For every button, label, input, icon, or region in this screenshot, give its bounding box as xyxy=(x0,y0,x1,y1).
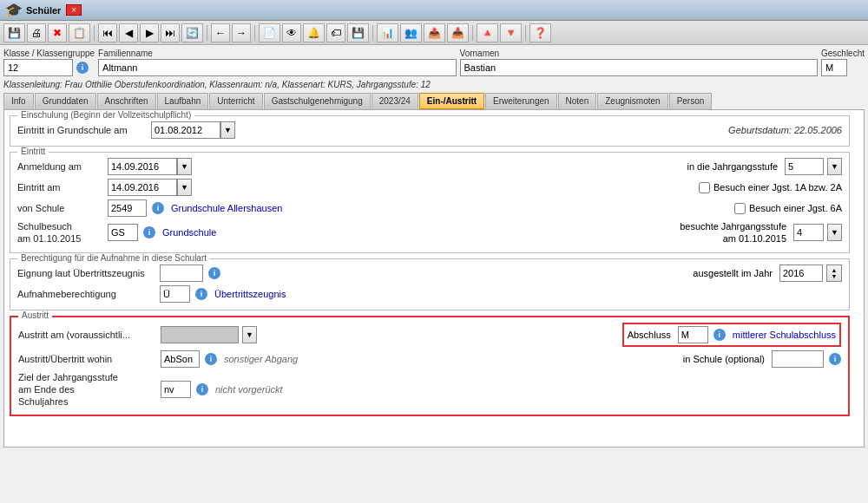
eintritt-title: Eintritt xyxy=(17,147,49,156)
toolbar-alert[interactable]: 🔔 xyxy=(303,23,325,42)
schulbesuch-row: Schulbesucham 01.10.2015 i Grundschule b… xyxy=(17,220,842,245)
eintritt-am-input[interactable] xyxy=(108,179,177,196)
austritt-am-row: Austritt am (voraussichtli... ▼ Abschlus… xyxy=(18,323,841,347)
jahrgangsstufe-input[interactable] xyxy=(785,158,824,175)
toolbar-refresh[interactable]: 🔄 xyxy=(181,23,203,42)
ausgestellt-input[interactable] xyxy=(779,265,823,282)
eintritt-grundschule-field: ▼ xyxy=(151,121,235,139)
austritt-am-input-masked[interactable] xyxy=(161,326,239,343)
toolbar-doc[interactable]: 📄 xyxy=(259,23,280,42)
toolbar-copy[interactable]: 📋 xyxy=(69,23,90,42)
von-schule-input[interactable] xyxy=(108,199,147,217)
geschlecht-label: Geschlecht xyxy=(821,49,865,58)
aufnahme-row: Aufnahmeberechtigung i Übertrittszeugnis xyxy=(17,285,842,303)
einschulung-section: Einschulung (Beginn der Vollzeitschulpfl… xyxy=(10,115,850,147)
familienname-group: Familienname xyxy=(98,49,456,76)
anmeldung-field: ▼ xyxy=(108,158,192,175)
uebertritt-info-icon[interactable]: i xyxy=(205,353,217,365)
besuchte-jgst-dropdown[interactable]: ▼ xyxy=(827,224,842,241)
eignung-input[interactable] xyxy=(160,265,203,282)
toolbar-tag[interactable]: 🏷 xyxy=(326,23,345,42)
toolbar-last[interactable]: ⏭ xyxy=(161,23,180,42)
tab-laufbahn[interactable]: Laufbahn xyxy=(157,93,209,109)
tab-info[interactable]: Info xyxy=(3,93,34,109)
austritt-am-calendar[interactable]: ▼ xyxy=(242,326,257,343)
eintritt-grundschule-input[interactable] xyxy=(151,121,220,139)
eintritt-grundschule-label: Eintritt in Grundschule am xyxy=(17,125,148,135)
in-schule-input[interactable] xyxy=(772,350,824,368)
toolbar-print[interactable]: 🖨 xyxy=(27,23,46,42)
toolbar-users[interactable]: 👥 xyxy=(400,23,422,42)
tab-erweiterungen[interactable]: Erweiterungen xyxy=(485,93,556,109)
klasse-info-icon[interactable]: i xyxy=(76,62,89,74)
besuchte-jgst-input[interactable] xyxy=(793,224,824,241)
besuch1-checkbox[interactable] xyxy=(699,182,710,193)
klasse-input[interactable] xyxy=(3,59,73,76)
geschlecht-input[interactable] xyxy=(821,59,847,76)
tab-anschriften[interactable]: Anschriften xyxy=(97,93,156,109)
toolbar-back[interactable]: ← xyxy=(211,23,230,42)
tab-noten[interactable]: Noten xyxy=(558,93,597,109)
jahrgangsstufe-label: in die Jahrgangsstufe xyxy=(687,161,779,172)
vornamen-input[interactable] xyxy=(460,59,818,76)
besuch2-label: Besuch einer Jgst. 6A xyxy=(749,203,842,213)
toolbar-up[interactable]: 🔺 xyxy=(477,23,498,42)
toolbar-prev[interactable]: ◀ xyxy=(119,23,138,42)
in-schule-info-icon[interactable]: i xyxy=(829,353,841,365)
familienname-input[interactable] xyxy=(98,59,456,76)
eintritt-grundschule-calendar[interactable]: ▼ xyxy=(220,121,235,139)
von-schule-info-icon[interactable]: i xyxy=(152,202,164,214)
grundschule-text: Grundschule Allershausen xyxy=(171,203,282,213)
abschluss-input[interactable] xyxy=(678,326,708,343)
tab-gastschule[interactable]: Gastschulgenehmigung xyxy=(264,93,371,109)
toolbar-preview[interactable]: 👁 xyxy=(282,23,301,42)
schulbesuch-info-icon[interactable]: i xyxy=(143,226,155,238)
toolbar-first[interactable]: ⏮ xyxy=(98,23,117,42)
tabs-bar: Info Grunddaten Anschriften Laufbahn Unt… xyxy=(3,93,865,109)
toolbar-chart[interactable]: 📊 xyxy=(377,23,398,42)
anmeldung-row: Anmeldung am ▼ in die Jahrgangsstufe ▼ xyxy=(17,158,842,175)
besuch1-field: Besuch einer Jgst. 1A bzw. 2A xyxy=(699,182,842,193)
uebertritt-row: Austritt/Übertritt wohin i sonstiger Abg… xyxy=(18,350,841,368)
aufnahme-input[interactable] xyxy=(160,285,190,303)
schulbesuch-input[interactable] xyxy=(108,224,138,241)
toolbar-next[interactable]: ▶ xyxy=(140,23,159,42)
toolbar-sep5 xyxy=(472,25,473,41)
anmeldung-input[interactable] xyxy=(108,158,177,175)
klasse-label: Klasse / Klassengruppe xyxy=(3,49,95,58)
abschluss-info-icon[interactable]: i xyxy=(713,329,726,341)
besuch2-checkbox[interactable] xyxy=(734,203,746,214)
title-text: Schüler xyxy=(26,5,61,16)
tab-grunddaten[interactable]: Grunddaten xyxy=(35,93,96,109)
toolbar-delete[interactable]: ✖ xyxy=(48,23,67,42)
eintritt-am-label: Eintritt am xyxy=(17,182,104,193)
toolbar-save2[interactable]: 💾 xyxy=(347,23,369,42)
toolbar-down[interactable]: 🔻 xyxy=(500,23,522,42)
toolbar-import[interactable]: 📥 xyxy=(447,23,469,42)
toolbar-forward[interactable]: → xyxy=(232,23,251,42)
tab-einaustritt[interactable]: Ein-/Austritt xyxy=(419,93,484,109)
austritt-section-title: Austritt xyxy=(18,310,52,320)
close-button[interactable]: × xyxy=(66,4,82,16)
toolbar-help[interactable]: ❓ xyxy=(529,23,551,42)
eignung-info-icon[interactable]: i xyxy=(208,267,220,279)
ziel-info-icon[interactable]: i xyxy=(196,383,208,395)
anmeldung-calendar[interactable]: ▼ xyxy=(177,158,192,175)
tab-unterricht[interactable]: Unterricht xyxy=(209,93,262,109)
austritt-am-label: Austritt am (voraussichtli... xyxy=(18,330,157,340)
tab-person[interactable]: Person xyxy=(669,93,713,109)
aufnahme-info-icon[interactable]: i xyxy=(195,288,207,300)
tab-2023[interactable]: 2023/24 xyxy=(372,93,418,109)
tab-zeugnisse[interactable]: Zeugnismoten xyxy=(597,93,667,109)
einschulung-title: Einschulung (Beginn der Vollzeitschulpfl… xyxy=(17,110,194,120)
uebertritt-label: Austritt/Übertritt wohin xyxy=(18,354,157,364)
eintritt-am-calendar[interactable]: ▼ xyxy=(177,179,192,196)
jahrgangsstufe-dropdown[interactable]: ▼ xyxy=(827,158,842,175)
von-schule-label: von Schule xyxy=(17,203,104,213)
uebertritt-input[interactable] xyxy=(161,350,200,368)
klasse-group: Klasse / Klassengruppe i xyxy=(3,49,95,76)
toolbar-save[interactable]: 💾 xyxy=(3,23,25,42)
ausgestellt-spinner[interactable]: ▲ ▼ xyxy=(826,265,842,282)
ziel-input[interactable] xyxy=(161,381,191,398)
toolbar-export[interactable]: 📤 xyxy=(424,23,445,42)
